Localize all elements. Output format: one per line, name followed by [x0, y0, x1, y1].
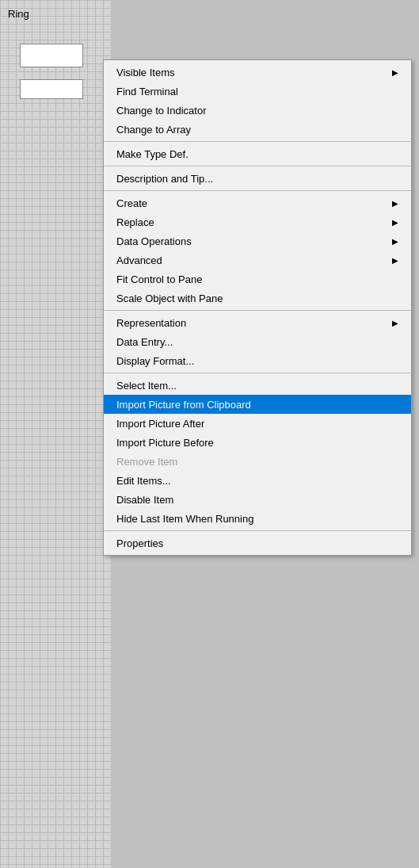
menu-item-display-format[interactable]: Display Format... [104, 351, 411, 370]
submenu-arrow-icon: ▶ [392, 256, 398, 265]
menu-item-change-to-array[interactable]: Change to Array [104, 120, 411, 139]
menu-item-label-representation: Representation [116, 317, 384, 329]
menu-item-label-hide-last-item: Hide Last Item When Running [116, 513, 398, 525]
menu-item-label-find-terminal: Find Terminal [116, 86, 398, 98]
submenu-arrow-icon: ▶ [392, 68, 398, 77]
menu-item-label-edit-items: Edit Items... [116, 475, 398, 487]
menu-item-description-and-tip[interactable]: Description and Tip... [104, 169, 411, 188]
menu-item-label-import-picture-after: Import Picture After [116, 418, 398, 430]
menu-item-replace[interactable]: Replace▶ [104, 212, 411, 231]
submenu-arrow-icon: ▶ [392, 237, 398, 246]
menu-item-representation[interactable]: Representation▶ [104, 313, 411, 332]
menu-separator [104, 166, 411, 166]
menu-item-data-operations[interactable]: Data Operations▶ [104, 231, 411, 250]
menu-item-label-import-picture-from-clipboard: Import Picture from Clipboard [116, 399, 398, 411]
menu-item-label-visible-items: Visible Items [116, 67, 384, 78]
menu-separator [104, 373, 411, 373]
menu-item-label-change-to-array: Change to Array [116, 124, 398, 136]
menu-item-label-description-and-tip: Description and Tip... [116, 173, 398, 185]
menu-item-advanced[interactable]: Advanced▶ [104, 250, 411, 270]
menu-item-label-fit-control-to-pane: Fit Control to Pane [116, 273, 398, 285]
menu-item-create[interactable]: Create▶ [104, 193, 411, 212]
menu-item-hide-last-item[interactable]: Hide Last Item When Running [104, 509, 411, 528]
menu-separator [104, 310, 411, 311]
menu-item-import-picture-after[interactable]: Import Picture After [104, 414, 411, 433]
menu-item-remove-item: Remove Item [104, 452, 411, 471]
menu-item-fit-control-to-pane[interactable]: Fit Control to Pane [104, 270, 411, 289]
menu-item-label-remove-item: Remove Item [116, 456, 398, 468]
menu-separator [104, 141, 411, 142]
submenu-arrow-icon: ▶ [392, 319, 398, 327]
menu-item-import-picture-before[interactable]: Import Picture Before [104, 433, 411, 452]
menu-item-disable-item[interactable]: Disable Item [104, 490, 411, 509]
menu-item-label-change-to-indicator: Change to Indicator [116, 105, 398, 117]
menu-item-edit-items[interactable]: Edit Items... [104, 471, 411, 490]
window-title: Ring [8, 8, 29, 20]
menu-item-change-to-indicator[interactable]: Change to Indicator [104, 101, 411, 120]
menu-item-make-type-def[interactable]: Make Type Def. [104, 144, 411, 163]
menu-item-label-advanced: Advanced [116, 254, 384, 266]
menu-item-select-item[interactable]: Select Item... [104, 376, 411, 395]
menu-separator [104, 530, 411, 531]
menu-item-import-picture-from-clipboard[interactable]: Import Picture from Clipboard [104, 395, 411, 414]
menu-item-label-display-format: Display Format... [116, 355, 398, 367]
grid-background [0, 0, 111, 868]
menu-item-properties[interactable]: Properties [104, 533, 411, 553]
menu-item-label-scale-object-with-pane: Scale Object with Pane [116, 293, 398, 304]
context-menu: Visible Items▶Find TerminalChange to Ind… [103, 59, 412, 556]
menu-item-find-terminal[interactable]: Find Terminal [104, 82, 411, 101]
menu-item-label-data-entry: Data Entry... [116, 336, 398, 348]
menu-item-label-disable-item: Disable Item [116, 494, 398, 506]
menu-item-label-properties: Properties [116, 537, 398, 549]
ring-control-2[interactable] [20, 79, 83, 99]
menu-item-data-entry[interactable]: Data Entry... [104, 332, 411, 351]
menu-item-label-data-operations: Data Operations [116, 235, 384, 247]
menu-item-label-select-item: Select Item... [116, 380, 398, 392]
submenu-arrow-icon: ▶ [392, 218, 398, 227]
menu-item-scale-object-with-pane[interactable]: Scale Object with Pane [104, 289, 411, 308]
menu-separator [104, 190, 411, 191]
menu-item-label-make-type-def: Make Type Def. [116, 148, 398, 160]
ring-control-1[interactable] [20, 44, 83, 67]
menu-item-visible-items[interactable]: Visible Items▶ [104, 63, 411, 82]
submenu-arrow-icon: ▶ [392, 199, 398, 208]
menu-item-label-create: Create [116, 197, 384, 209]
menu-item-label-import-picture-before: Import Picture Before [116, 437, 398, 449]
menu-item-label-replace: Replace [116, 216, 384, 228]
